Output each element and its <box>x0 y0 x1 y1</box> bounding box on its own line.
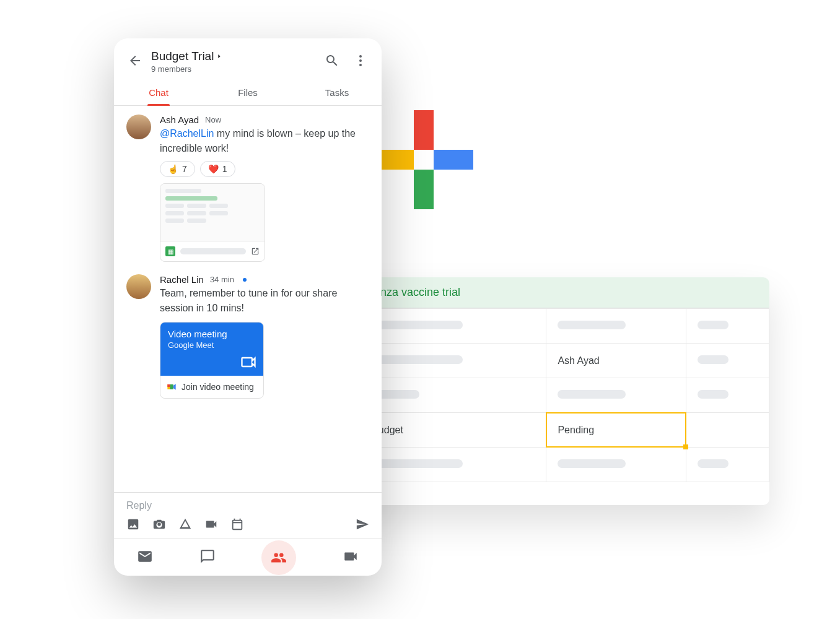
more-vert-icon <box>353 53 368 68</box>
message: Ash Ayad Now @RachelLin my mind is blown… <box>126 115 369 262</box>
message: Rachel Lin 34 min Team, remember to tune… <box>126 274 369 399</box>
video-icon[interactable] <box>204 517 218 531</box>
avatar[interactable] <box>126 115 151 139</box>
phone-mock: Budget Trial 9 members Chat Files Tasks … <box>114 38 382 576</box>
message-text: @RachelLin my mind is blown – keep up th… <box>160 126 369 156</box>
svg-rect-5 <box>167 384 170 387</box>
join-meeting-button[interactable]: Join video meeting <box>160 376 263 398</box>
open-external-icon[interactable] <box>251 247 260 256</box>
space-title[interactable]: Budget Trial <box>151 50 316 63</box>
meet-attachment[interactable]: Video meeting Google Meet Join video mee… <box>160 322 264 399</box>
table-row <box>340 448 769 482</box>
tab-chat[interactable]: Chat <box>114 80 203 105</box>
chat-header: Budget Trial 9 members <box>114 38 382 75</box>
meet-subtitle: Google Meet <box>168 340 256 350</box>
people-icon <box>271 550 287 566</box>
svg-point-0 <box>359 55 362 58</box>
message-text: Team, remember to tune in for our share … <box>160 286 369 316</box>
nav-mail[interactable] <box>137 548 153 567</box>
reaction-chip[interactable]: ☝️ 7 <box>160 161 195 177</box>
author: Ash Ayad <box>160 115 199 125</box>
tabs: Chat Files Tasks <box>114 80 382 106</box>
search-icon <box>325 53 339 68</box>
sheet-thumbnail <box>160 184 265 241</box>
reactions: ☝️ 7 ❤️ 1 <box>160 161 369 177</box>
video-icon <box>240 353 257 371</box>
chat-scroll[interactable]: Ash Ayad Now @RachelLin my mind is blown… <box>114 106 382 492</box>
unread-dot <box>243 278 247 282</box>
nav-meet[interactable] <box>343 548 359 567</box>
sheet-title: Influenza vaccine trial <box>339 277 769 308</box>
send-button[interactable] <box>356 517 369 531</box>
calendar-icon[interactable] <box>230 517 244 531</box>
reaction-chip[interactable]: ❤️ 1 <box>200 161 235 177</box>
bottom-nav <box>114 539 382 576</box>
nav-chat[interactable] <box>199 548 216 567</box>
meet-icon <box>167 382 177 392</box>
join-meeting-label: Join video meeting <box>182 382 254 392</box>
image-icon[interactable] <box>126 517 140 531</box>
table-row: Trial budgetPending <box>340 413 769 448</box>
sheets-icon: ▦ <box>165 246 175 256</box>
google-plus-decor <box>374 110 473 209</box>
camera-icon[interactable] <box>152 517 166 531</box>
mention[interactable]: @RachelLin <box>160 128 214 139</box>
svg-point-1 <box>359 59 362 62</box>
svg-point-2 <box>359 64 362 66</box>
timestamp: 34 min <box>210 275 234 284</box>
cell-pending[interactable]: Pending <box>546 413 686 448</box>
emoji: ☝️ <box>168 164 178 174</box>
svg-rect-4 <box>170 384 173 389</box>
spreadsheet-card: Influenza vaccine trial Ash Ayad Trial b… <box>339 277 769 505</box>
sheet-grid[interactable]: Ash Ayad Trial budgetPending <box>339 308 769 482</box>
search-button[interactable] <box>320 48 344 75</box>
chevron-right-icon <box>216 53 222 59</box>
table-row: Ash Ayad <box>340 344 769 378</box>
avatar[interactable] <box>126 274 151 299</box>
space-subtitle: 9 members <box>151 64 316 74</box>
author: Rachel Lin <box>160 274 204 285</box>
tab-tasks[interactable]: Tasks <box>292 80 382 105</box>
tab-files[interactable]: Files <box>203 80 292 105</box>
mail-icon <box>137 548 153 565</box>
table-row <box>340 309 769 344</box>
video-icon <box>343 548 359 565</box>
composer: Reply <box>114 492 382 539</box>
space-title-text: Budget Trial <box>151 50 214 63</box>
reaction-count: 7 <box>182 164 187 174</box>
cell-ash[interactable]: Ash Ayad <box>546 344 686 378</box>
more-button[interactable] <box>348 48 373 75</box>
table-row <box>340 378 769 413</box>
reaction-count: 1 <box>222 164 227 174</box>
reply-input[interactable]: Reply <box>126 500 369 511</box>
timestamp: Now <box>205 115 221 124</box>
nav-spaces[interactable] <box>261 540 296 575</box>
meet-title: Video meeting <box>168 329 256 339</box>
back-button[interactable] <box>123 48 147 75</box>
drive-icon[interactable] <box>178 517 192 531</box>
chat-bubble-icon <box>199 548 216 565</box>
arrow-left-icon <box>128 53 142 68</box>
sheet-attachment[interactable]: ▦ <box>160 183 265 262</box>
emoji: ❤️ <box>208 164 219 174</box>
